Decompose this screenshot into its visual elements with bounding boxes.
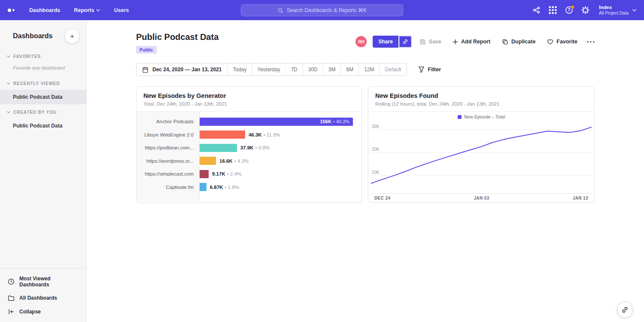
section-favorites[interactable]: FAVORITES xyxy=(0,50,86,63)
duplicate-label: Duplicate xyxy=(511,39,535,45)
bar-category-label: https://wordpress.or... xyxy=(137,158,200,164)
preset-6m[interactable]: 6M xyxy=(341,64,359,76)
top-nav: Dashboards Reports Users Search Dashboar… xyxy=(0,0,644,20)
preset-today[interactable]: Today xyxy=(228,64,252,76)
clock-icon xyxy=(8,278,15,285)
x-tick-start: DEC 24 xyxy=(374,196,390,200)
all-dashboards-button[interactable]: All Dashboards xyxy=(0,291,86,305)
date-controls: Dec 24, 2020 — Jan 13, 2021 Today Yester… xyxy=(136,63,595,76)
bar-category-label: Libsyn WebEngine 2.0 xyxy=(137,132,200,137)
preset-12m[interactable]: 12M xyxy=(359,64,380,76)
logo[interactable] xyxy=(8,9,15,12)
line-series[interactable] xyxy=(371,127,592,183)
bar-chart-subtitle: Total, Dec 24th, 2020 - Jan 13th, 2021 xyxy=(143,101,355,106)
bar-track: 16.6K • 4.3% xyxy=(200,157,353,165)
copy-icon xyxy=(502,39,508,45)
settings-gear-icon[interactable] xyxy=(579,4,591,16)
chart-legend: New Episode – Total xyxy=(371,113,592,121)
bar-track: 156K • 40.3% xyxy=(200,118,353,126)
bar-category-label: https://simplecast.com xyxy=(137,171,200,176)
line-plot[interactable]: 10K20K30K xyxy=(371,121,592,194)
bar-track: 37.9K • 9.8% xyxy=(200,144,353,152)
link-icon xyxy=(402,39,408,45)
chevron-down-icon xyxy=(632,9,636,12)
nav-reports[interactable]: Reports xyxy=(74,7,100,13)
bar-chart-title: New Episodes by Generator xyxy=(143,92,355,99)
main-content: Public Podcast Data Public RH Share Save xyxy=(87,20,644,322)
line-chart-subtitle: Rolling (12 hours), total, Dec 24th, 202… xyxy=(375,101,587,106)
heart-icon xyxy=(547,39,553,45)
sidebar-item-public-podcast-data[interactable]: Public Podcast Data xyxy=(0,90,86,104)
add-report-button[interactable]: Add Report xyxy=(453,39,490,45)
nav-dashboards[interactable]: Dashboards xyxy=(29,7,60,13)
bar-segment[interactable] xyxy=(200,157,216,165)
bar-segment[interactable]: 156K • 40.3% xyxy=(200,118,353,126)
favorite-button[interactable]: Favorite xyxy=(547,39,577,45)
x-tick-end: JAN 13 xyxy=(573,196,588,200)
preset-3m[interactable]: 3M xyxy=(323,64,341,76)
all-dashboards-label: All Dashboards xyxy=(19,295,57,301)
duplicate-button[interactable]: Duplicate xyxy=(502,39,535,45)
bar-value-label: 156K • 40.3% xyxy=(320,118,349,126)
page-title: Public Podcast Data xyxy=(136,32,219,42)
calendar-icon xyxy=(142,67,149,73)
section-created-by-you[interactable]: CREATED BY YOU xyxy=(0,106,86,118)
chevron-down-icon xyxy=(7,111,10,113)
nav-right: ? Index All Project Data xyxy=(530,4,636,16)
bar-value-label: 46.3K • 11.9% xyxy=(249,132,280,137)
bar-segment[interactable] xyxy=(200,170,209,178)
filter-button[interactable]: Filter xyxy=(418,66,441,73)
bar-value-label: 37.9K • 9.8% xyxy=(240,145,270,150)
x-axis-labels: DEC 24 JAN 03 JAN 13 xyxy=(371,194,592,200)
help-icon[interactable]: ? xyxy=(563,4,575,16)
bar-segment[interactable] xyxy=(200,144,237,152)
global-search-input[interactable]: Search Dashboards & Reports ⌘K xyxy=(241,4,403,16)
add-dashboard-button[interactable]: + xyxy=(65,29,79,43)
section-recently-viewed[interactable]: RECENTLY VIEWED xyxy=(0,77,86,90)
bar-chart-card: New Episodes by Generator Total, Dec 24t… xyxy=(136,86,362,203)
nav-users[interactable]: Users xyxy=(114,7,129,13)
page-actions: RH Share Save Add Report xyxy=(355,36,595,48)
preset-default[interactable]: Default xyxy=(380,64,406,76)
collapse-sidebar-button[interactable]: Collapse xyxy=(0,305,86,319)
bar-segment[interactable] xyxy=(200,131,245,139)
apps-grid-icon[interactable] xyxy=(547,4,559,16)
sidebar-item-public-podcast-data-created[interactable]: Public Podcast Data xyxy=(0,118,86,133)
copy-link-button[interactable] xyxy=(399,36,412,48)
bar-row: https://podbean.com...37.9K • 9.8% xyxy=(137,141,361,155)
project-switcher[interactable]: Index All Project Data xyxy=(599,5,636,15)
preset-30d[interactable]: 30D xyxy=(303,64,323,76)
share-split-button: Share xyxy=(373,36,411,48)
preset-7d[interactable]: 7D xyxy=(286,64,303,76)
bar-segment[interactable] xyxy=(200,183,207,191)
search-placeholder: Search Dashboards & Reports ⌘K xyxy=(287,7,367,13)
date-range-label: Dec 24, 2020 — Jan 13, 2021 xyxy=(152,67,222,73)
collapse-icon xyxy=(8,308,15,315)
preset-yesterday[interactable]: Yesterday xyxy=(252,64,286,76)
project-name: Index xyxy=(599,5,629,10)
filter-funnel-icon xyxy=(418,66,425,73)
avatar[interactable]: RH xyxy=(355,36,367,47)
date-range-picker[interactable]: Dec 24, 2020 — Jan 13, 2021 xyxy=(137,64,228,76)
favorite-label: Favorite xyxy=(556,39,577,45)
chevron-down-icon xyxy=(7,82,10,85)
nav-reports-label: Reports xyxy=(74,7,94,13)
chevron-down-icon xyxy=(7,55,10,58)
plus-icon xyxy=(453,39,458,45)
bar-category-label: Captivate.fm xyxy=(137,185,200,190)
share-button[interactable]: Share xyxy=(373,36,398,48)
more-options-button[interactable] xyxy=(587,41,595,43)
save-label: Save xyxy=(429,39,441,45)
collapse-label: Collapse xyxy=(19,309,41,315)
svg-text:20K: 20K xyxy=(372,147,380,152)
most-viewed-dashboards-button[interactable]: Most Viewed Dashboards xyxy=(0,272,86,291)
save-button[interactable]: Save xyxy=(419,39,441,45)
integrations-icon[interactable] xyxy=(530,4,542,16)
bar-value-label: 6.87K • 1.8% xyxy=(210,185,239,190)
section-recently-viewed-label: RECENTLY VIEWED xyxy=(13,81,60,86)
line-chart-card: New Episodes Found Rolling (12 hours), t… xyxy=(368,86,595,203)
primary-nav: Dashboards Reports Users xyxy=(29,7,129,13)
copy-link-fab[interactable] xyxy=(617,302,633,318)
folder-icon xyxy=(8,295,15,301)
more-dots-icon xyxy=(587,41,595,43)
